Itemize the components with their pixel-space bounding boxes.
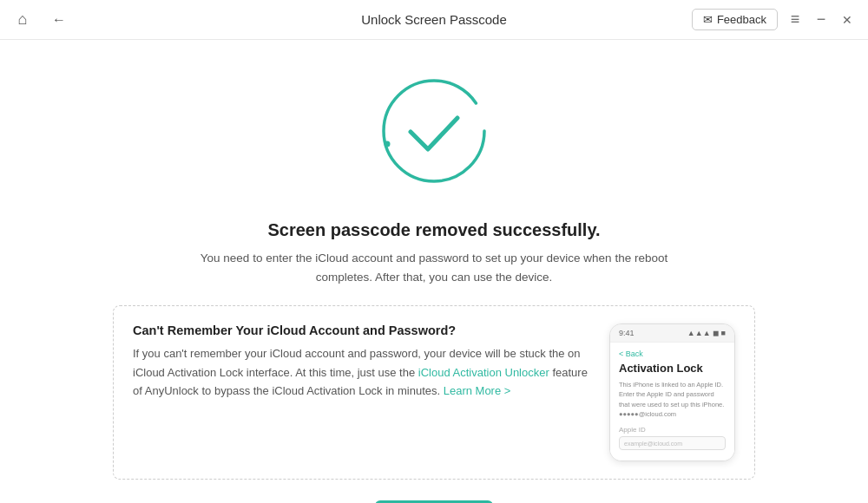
phone-apple-id-field: example@icloud.com [619,436,726,450]
success-description: You need to enter the iCloud account and… [174,249,694,286]
menu-button[interactable]: ≡ [785,10,806,30]
info-box-title: Can't Remember Your iCloud Account and P… [133,323,592,337]
home-button[interactable]: ⌂ [10,8,35,32]
phone-body: < Back Activation Lock This iPhone is li… [610,343,734,461]
phone-status-bar: 9:41 ▲▲▲ ◼ ■ [610,324,734,343]
window-title: Unlock Screen Passcode [361,12,507,27]
phone-back: < Back [619,349,726,358]
back-icon: ← [52,12,66,28]
email-icon: ✉ [703,13,713,26]
info-box-description: If you can't remember your iCloud accoun… [133,344,592,400]
success-svg-icon [369,66,499,196]
phone-activation-title: Activation Lock [619,362,726,375]
phone-signal: ▲▲▲ ◼ ■ [687,329,726,337]
back-button[interactable]: ← [47,8,71,32]
phone-field-placeholder: example@icloud.com [624,441,682,447]
window-controls: ≡ − ✕ [785,10,858,30]
success-title: Screen passcode removed successfully. [267,220,600,240]
info-box-text: Can't Remember Your iCloud Account and P… [133,323,592,400]
learn-more-link[interactable]: Learn More > [444,384,511,397]
phone-field-label: Apple ID [619,426,726,434]
feedback-button[interactable]: ✉ Feedback [692,9,778,30]
phone-activation-desc: This iPhone is linked to an Apple ID. En… [619,380,726,419]
info-box: Can't Remember Your iCloud Account and P… [113,305,755,480]
icloud-unlocker-link[interactable]: iCloud Activation Unlocker [418,366,549,379]
titlebar-right: ✉ Feedback ≡ − ✕ [692,9,858,30]
svg-point-1 [385,141,391,147]
titlebar: ⌂ ← Unlock Screen Passcode ✉ Feedback ≡ … [0,0,868,40]
home-icon: ⌂ [18,10,28,29]
titlebar-left: ⌂ ← [10,8,71,32]
svg-point-0 [384,81,484,181]
success-circle [369,66,499,199]
main-content: Screen passcode removed successfully. Yo… [0,40,868,503]
phone-time: 9:41 [619,329,635,337]
close-button[interactable]: ✕ [837,10,858,30]
minimize-button[interactable]: − [811,10,832,30]
phone-mockup: 9:41 ▲▲▲ ◼ ■ < Back Activation Lock This… [609,323,735,461]
